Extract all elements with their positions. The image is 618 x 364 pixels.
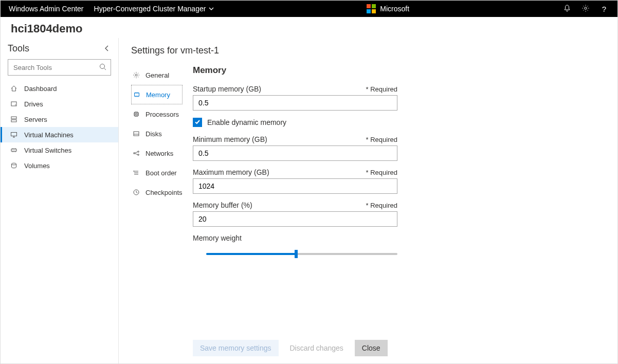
bell-icon — [563, 4, 571, 14]
svg-point-12 — [12, 163, 16, 165]
svg-point-7 — [15, 104, 16, 105]
svg-rect-15 — [135, 113, 138, 116]
slider-thumb[interactable] — [295, 250, 298, 258]
settings-nav-label: Networks — [146, 150, 173, 157]
required-indicator: * Required — [366, 136, 397, 143]
chevron-down-icon — [206, 5, 214, 13]
cluster-name: hci1804demo — [11, 22, 607, 35]
svg-point-13 — [135, 74, 137, 76]
help-button[interactable]: ? — [599, 4, 609, 14]
svg-rect-0 — [367, 4, 371, 8]
settings-nav-label: General — [146, 71, 169, 79]
svg-rect-9 — [11, 120, 16, 122]
help-icon: ? — [602, 5, 606, 13]
settings-nav-checkpoints[interactable]: Checkpoints — [131, 183, 183, 202]
startup-memory-input[interactable] — [193, 95, 397, 111]
vm-icon — [10, 131, 18, 139]
sidebar-item-label: Dashboard — [24, 85, 57, 93]
memory-icon — [133, 90, 141, 99]
svg-rect-11 — [11, 149, 16, 151]
minimum-memory-label: Minimum memory (GB) — [193, 135, 267, 143]
slider-track-fill — [206, 253, 296, 255]
checkmark-icon — [194, 118, 201, 126]
settings-nav-boot-order[interactable]: Boot order — [131, 163, 183, 183]
sidebar-item-servers[interactable]: Servers — [1, 112, 118, 127]
sidebar-item-virtual-machines[interactable]: Virtual Machines — [1, 127, 118, 142]
context-selector[interactable]: Hyper-Converged Cluster Manager — [94, 5, 214, 13]
context-label: Hyper-Converged Cluster Manager — [94, 5, 206, 13]
tools-title: Tools — [8, 43, 29, 54]
svg-point-5 — [100, 64, 105, 69]
svg-rect-16 — [136, 114, 137, 115]
processor-icon — [132, 110, 140, 118]
sidebar-item-volumes[interactable]: Volumes — [1, 158, 118, 173]
required-indicator: * Required — [366, 202, 397, 209]
svg-rect-1 — [372, 4, 376, 8]
settings-nav: General Memory Processors Disks Networks — [131, 65, 183, 324]
maximum-memory-label: Maximum memory (GB) — [193, 168, 269, 176]
settings-nav-processors[interactable]: Processors — [131, 104, 183, 124]
settings-nav-label: Boot order — [146, 169, 177, 177]
svg-rect-14 — [135, 93, 139, 96]
enable-dynamic-memory-checkbox[interactable] — [193, 118, 202, 127]
close-button[interactable]: Close — [355, 340, 388, 356]
svg-point-19 — [138, 151, 139, 153]
svg-point-20 — [138, 154, 139, 156]
settings-nav-networks[interactable]: Networks — [131, 143, 183, 163]
gear-icon — [132, 71, 140, 79]
sidebar-item-drives[interactable]: Drives — [1, 96, 118, 112]
sidebar-item-label: Drives — [24, 100, 43, 108]
svg-rect-8 — [11, 117, 16, 119]
home-icon — [10, 84, 18, 93]
sidebar-item-dashboard[interactable]: Dashboard — [1, 81, 118, 96]
top-bar: Windows Admin Center Hyper-Converged Clu… — [1, 1, 617, 17]
section-title: Memory — [193, 65, 397, 76]
sidebar-item-label: Virtual Machines — [24, 131, 74, 139]
save-button[interactable]: Save memory settings — [193, 340, 279, 356]
notifications-button[interactable] — [562, 4, 572, 14]
minimum-memory-input[interactable] — [193, 145, 397, 161]
switch-icon — [10, 146, 18, 154]
sidebar-item-label: Virtual Switches — [24, 147, 71, 154]
sidebar-item-label: Servers — [24, 116, 47, 123]
footer-buttons: Save memory settings Discard changes Clo… — [193, 324, 602, 356]
settings-nav-general[interactable]: General — [131, 65, 183, 85]
settings-nav-label: Checkpoints — [146, 189, 183, 196]
microsoft-logo: Microsoft — [367, 4, 409, 13]
cluster-header: hci1804demo — [1, 17, 617, 38]
enable-dynamic-memory-label: Enable dynamic memory — [207, 118, 286, 126]
gear-icon — [581, 4, 590, 14]
svg-rect-10 — [11, 133, 17, 136]
server-icon — [10, 115, 18, 123]
memory-form: Memory Startup memory (GB) * Required En… — [193, 65, 397, 324]
brand: Windows Admin Center — [9, 5, 84, 13]
network-icon — [132, 149, 140, 157]
memory-buffer-input[interactable] — [193, 211, 397, 227]
boot-order-icon — [132, 169, 140, 177]
settings-nav-label: Processors — [146, 111, 179, 118]
memory-weight-label: Memory weight — [193, 234, 242, 242]
page-title: Settings for vm-test-1 — [131, 45, 602, 56]
maximum-memory-input[interactable] — [193, 178, 397, 194]
settings-nav-memory[interactable]: Memory — [131, 85, 183, 104]
collapse-sidebar-button[interactable] — [104, 45, 110, 53]
search-tools-input[interactable] — [8, 59, 111, 76]
svg-point-4 — [585, 7, 587, 9]
sidebar-item-virtual-switches[interactable]: Virtual Switches — [1, 142, 118, 158]
settings-button[interactable] — [580, 4, 591, 14]
disk-icon — [132, 130, 140, 138]
settings-nav-label: Memory — [146, 91, 170, 99]
memory-weight-slider[interactable] — [193, 248, 397, 261]
startup-memory-label: Startup memory (GB) — [193, 85, 261, 93]
required-indicator: * Required — [366, 85, 397, 93]
svg-rect-17 — [134, 132, 139, 136]
topbar-center: Microsoft — [214, 4, 562, 13]
microsoft-text: Microsoft — [380, 5, 409, 13]
required-indicator: * Required — [366, 169, 397, 176]
svg-rect-6 — [11, 102, 16, 106]
settings-nav-disks[interactable]: Disks — [131, 124, 183, 143]
sidebar: Tools Dashboard Drives Servers — [1, 38, 119, 363]
search-icon — [99, 63, 107, 72]
discard-button[interactable]: Discard changes — [283, 340, 351, 356]
svg-rect-2 — [367, 9, 371, 13]
